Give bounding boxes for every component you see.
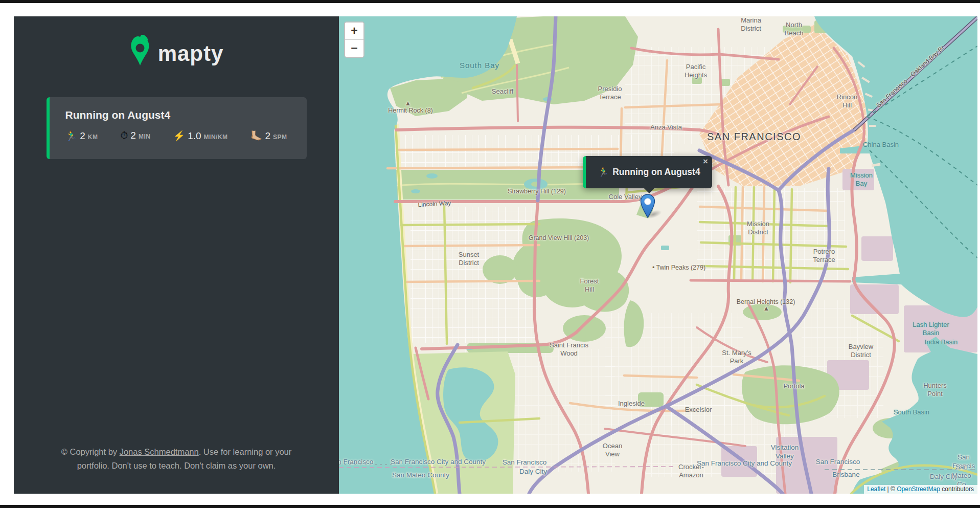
stat-unit: SPM xyxy=(273,134,287,141)
workout-stat-min-km: ⚡️1.0MIN/KM xyxy=(173,130,227,142)
stat-icon: 🦶🏼 xyxy=(250,130,263,142)
osm-link[interactable]: OpenStreetMap xyxy=(897,485,940,493)
workout-stat-min: ⏱2MIN xyxy=(121,130,151,142)
screen: mapty Running on August4 🏃‍♂️2KM⏱2MIN⚡️1… xyxy=(0,0,980,508)
logo: mapty xyxy=(129,35,224,73)
stat-value: 2 xyxy=(265,130,270,142)
sidebar: mapty Running on August4 🏃‍♂️2KM⏱2MIN⚡️1… xyxy=(14,16,339,494)
workout-details: 🏃‍♂️2KM⏱2MIN⚡️1.0MIN/KM🦶🏼2SPM xyxy=(65,130,291,142)
window-top-edge xyxy=(0,0,980,3)
zoom-in-button[interactable]: + xyxy=(345,23,363,40)
app-title: mapty xyxy=(158,41,224,66)
workout-list: Running on August4 🏃‍♂️2KM⏱2MIN⚡️1.0MIN/… xyxy=(14,97,339,159)
attribution-suffix: contributors xyxy=(940,485,974,493)
map-canvas xyxy=(339,16,977,494)
stat-value: 2 xyxy=(80,130,85,142)
workout-stat-spm: 🦶🏼2SPM xyxy=(250,130,287,142)
map[interactable]: South BayChina BasinMission BayLash Ligh… xyxy=(339,16,977,494)
copyright: © Copyright by Jonas Schmedtmann. Use fo… xyxy=(54,445,299,472)
workout-popup: 🏃‍♂️ Running on August4 × xyxy=(583,156,712,188)
window-bottom-edge xyxy=(0,505,980,508)
copyright-prefix: © Copyright by xyxy=(61,447,120,456)
stat-unit: KM xyxy=(88,134,98,141)
popup-text: Running on August4 xyxy=(612,167,700,178)
stat-icon: ⏱ xyxy=(121,130,128,141)
author-link[interactable]: Jonas Schmedtmann xyxy=(120,447,199,456)
stat-icon: 🏃‍♂️ xyxy=(65,130,78,142)
leaflet-link[interactable]: Leaflet xyxy=(867,485,885,493)
workout-marker[interactable] xyxy=(640,194,655,220)
runner-icon: 🏃‍♂️ xyxy=(598,167,609,178)
workout-card-running[interactable]: Running on August4 🏃‍♂️2KM⏱2MIN⚡️1.0MIN/… xyxy=(47,97,307,159)
attribution-sep: | © xyxy=(885,485,897,493)
stat-value: 1.0 xyxy=(188,130,201,142)
stat-unit: MIN xyxy=(139,133,151,140)
stat-unit: MIN/KM xyxy=(204,134,228,141)
stat-icon: ⚡️ xyxy=(173,130,185,142)
workout-stat-km: 🏃‍♂️2KM xyxy=(65,130,98,142)
map-pin-icon xyxy=(129,35,151,73)
popup-close-icon[interactable]: × xyxy=(703,157,708,166)
zoom-control: + − xyxy=(344,21,364,58)
map-attribution: Leaflet | © OpenStreetMap contributors xyxy=(864,485,977,494)
workout-title: Running on August4 xyxy=(65,109,291,121)
stat-value: 2 xyxy=(130,130,136,141)
zoom-out-button[interactable]: − xyxy=(345,40,363,57)
